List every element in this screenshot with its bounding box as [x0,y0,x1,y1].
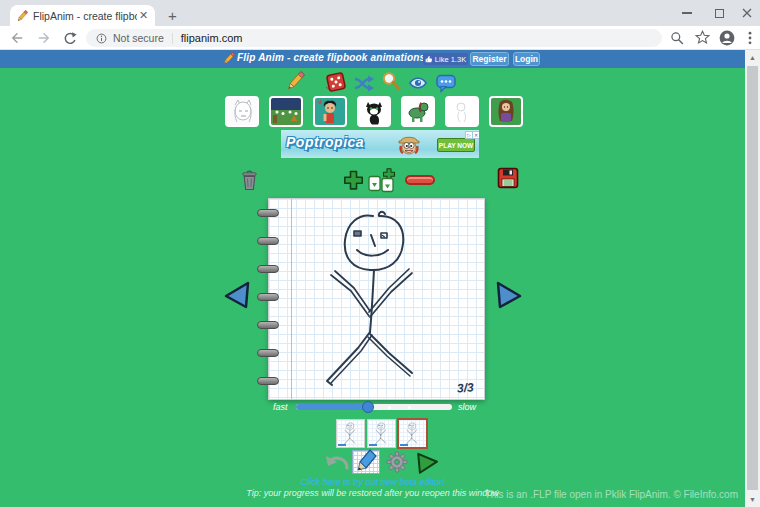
window-maximize-button[interactable] [704,0,734,26]
profile-avatar[interactable] [719,30,735,46]
favicon-pencil-icon [16,10,28,22]
undo-icon[interactable] [324,452,350,472]
frame-thumbnail-2[interactable] [367,419,396,448]
slider-tick [388,406,391,409]
like-label: Like 1.3K [435,55,466,64]
save-icon[interactable] [497,167,519,189]
url-text: flipanim.com [181,32,243,44]
tab-close-icon[interactable]: ✕ [139,10,148,21]
facebook-like-button[interactable]: Like 1.3K [423,53,468,65]
watermark-text: This is an .FLP file open in Pklik FlipA… [485,489,738,500]
zoom-icon[interactable] [670,31,684,45]
dice-icon[interactable] [325,71,347,93]
new-tab-button[interactable]: + [165,8,180,23]
forward-icon[interactable] [37,31,51,45]
register-button[interactable]: Register [470,52,509,66]
register-label: Register [472,54,506,64]
gallery-thumbnail-7[interactable] [489,96,523,127]
ad-brand: Poptropica [286,134,364,150]
shuffle-icon[interactable] [353,73,377,93]
thumbs-up-icon [425,55,433,63]
scroll-down-icon[interactable]: ▼ [745,492,760,507]
ad-banner[interactable]: Poptropica PLAY NOW ▷ ✕ [281,130,479,158]
slow-label: slow [458,402,476,412]
frame-progress-bar [338,444,346,446]
gallery-thumbnail-5[interactable] [401,96,435,127]
ad-close-icon[interactable]: ✕ [472,131,479,139]
slider-tick [408,406,411,409]
security-label: Not secure [113,32,164,44]
comments-icon[interactable] [435,73,457,93]
scroll-up-icon[interactable]: ▲ [745,50,760,65]
back-icon[interactable] [10,31,24,45]
pencil-tool-icon[interactable] [285,71,305,91]
frame-progress-bar [369,444,377,446]
tab-title: FlipAnim - create flipbook anima [33,10,137,22]
menu-dots-icon[interactable] [748,31,752,45]
frame-thumbnail-1[interactable] [336,419,365,448]
previous-frame-arrow[interactable] [222,280,252,310]
ad-character [397,132,421,156]
trash-icon[interactable] [239,168,260,192]
slider-fill [296,404,368,410]
ad-cta-label: PLAY NOW [439,142,473,149]
window-minimize-button[interactable] [672,0,702,26]
login-label: Login [515,54,538,64]
logo-pencil-icon [222,52,235,65]
slider-thumb[interactable] [362,401,374,413]
magnifier-icon[interactable] [381,71,401,91]
gallery-thumbnail-3[interactable] [313,96,347,127]
gallery-thumbnail-4[interactable] [357,96,391,127]
settings-gear-icon[interactable] [386,451,408,473]
canvas-edit-button[interactable] [352,450,380,474]
play-icon[interactable] [414,450,440,475]
browser-window: FlipAnim - create flipbook anima ✕ + Not… [0,0,760,507]
duplicate-frame-icon[interactable] [367,168,399,193]
login-button[interactable]: Login [513,52,540,66]
eye-icon[interactable] [407,74,429,92]
bookmark-star-icon[interactable] [695,30,710,45]
gallery-thumbnail-1[interactable] [225,96,259,127]
speed-slider[interactable] [296,404,452,410]
gallery-thumbnail-6[interactable] [445,96,479,127]
reload-icon[interactable] [63,31,77,45]
page-indicator: 3/3 [457,380,475,395]
beta-editor-link[interactable]: Click here to try out new beta editor! [0,477,745,487]
info-icon[interactable] [96,33,107,44]
address-bar[interactable]: Not secure flipanim.com [86,29,662,47]
page-scrollbar[interactable]: ▲ ▼ [745,50,760,507]
add-frame-icon[interactable] [343,170,364,191]
remove-frame-icon[interactable] [405,175,435,185]
ad-play-now-button[interactable]: PLAY NOW [437,138,475,152]
blue-pencil-icon [357,449,379,473]
next-frame-arrow[interactable] [494,280,524,310]
tab-strip: FlipAnim - create flipbook anima ✕ + [0,0,760,26]
fast-label: fast [273,402,288,412]
window-close-button[interactable] [732,0,760,26]
gallery-thumbnail-2[interactable] [269,96,303,127]
scrollbar-thumb[interactable] [747,66,758,490]
address-divider [172,33,173,44]
stick-figure-drawing [269,199,484,399]
drawing-canvas[interactable]: 3/3 [268,198,485,400]
frame-thumbnail-3-selected[interactable] [397,418,428,449]
browser-tab[interactable]: FlipAnim - create flipbook anima ✕ [10,5,155,26]
close-icon [742,8,752,18]
frame-progress-bar [400,444,408,446]
